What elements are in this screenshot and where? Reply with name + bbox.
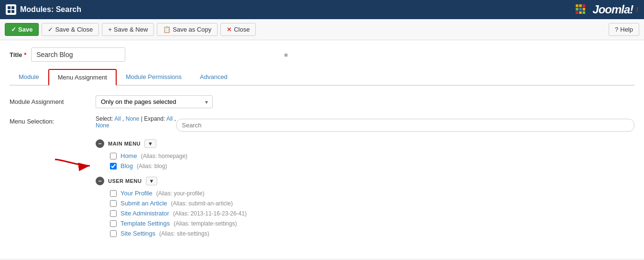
menu-selection-label: Menu Selection:: [10, 115, 96, 125]
main-menu-section: − MAIN MENU ▼ Home (Alias: homepage): [96, 139, 634, 171]
toolbar-left: ✓ Save ✓ Save & Close + Save & New 📋 Sav…: [5, 23, 256, 36]
main-menu-header: − MAIN MENU ▼: [96, 139, 634, 148]
blog-label[interactable]: Blog: [120, 162, 133, 170]
home-label[interactable]: Home: [120, 152, 137, 159]
list-item: Site Settings (Alias: site-settings): [96, 228, 634, 238]
list-item: Site Administrator (Alias: 2013-11-16-23…: [96, 208, 634, 218]
close-icon: ✕: [227, 26, 232, 33]
toolbar: ✓ Save ✓ Save & Close + Save & New 📋 Sav…: [0, 19, 644, 40]
your-profile-label[interactable]: Your Profile: [120, 190, 153, 197]
svg-rect-2: [8, 10, 11, 13]
blog-alias: (Alias: blog): [137, 163, 167, 170]
submit-article-alias: (Alias: submit-an-article): [171, 200, 233, 207]
main-menu-dropdown[interactable]: ▼: [144, 139, 156, 148]
title-label: Title *: [10, 51, 26, 58]
site-settings-checkbox[interactable]: [110, 230, 117, 237]
save-new-button[interactable]: + Save & New: [102, 23, 154, 36]
submit-article-label[interactable]: Submit an Article: [120, 200, 167, 207]
user-menu-section: − USER MENU ▼ Your Profile (Alias: your-…: [96, 177, 634, 238]
user-menu-dropdown[interactable]: ▼: [146, 177, 158, 185]
home-checkbox[interactable]: [110, 153, 117, 159]
select-all-link[interactable]: All: [114, 115, 120, 122]
page-title: Modules: Search: [6, 4, 81, 15]
list-item: Home (Alias: homepage): [96, 151, 634, 161]
module-assignment-label: Module Assignment: [10, 98, 96, 105]
main-content: Title * ■ Module Menu Assignment Module …: [0, 40, 644, 259]
site-admin-checkbox[interactable]: [110, 210, 117, 217]
template-settings-alias: (Alias: template-settings): [174, 220, 237, 227]
help-icon: ?: [615, 26, 618, 33]
select-none-link[interactable]: None: [126, 115, 140, 122]
required-indicator: *: [24, 51, 26, 58]
list-item: Template Settings (Alias: template-setti…: [96, 218, 634, 228]
svg-rect-0: [8, 6, 11, 9]
home-alias: (Alias: homepage): [141, 153, 187, 159]
save-copy-button[interactable]: 📋 Save as Copy: [157, 23, 218, 36]
blog-checkbox[interactable]: [110, 163, 117, 170]
your-profile-checkbox[interactable]: [110, 190, 117, 197]
user-menu-name: USER MENU: [108, 178, 142, 184]
main-menu-name: MAIN MENU: [108, 141, 141, 147]
module-assignment-select-wrapper: Only on the pages selected On all pages …: [96, 95, 213, 108]
your-profile-alias: (Alias: your-profile): [156, 190, 205, 197]
list-item: Submit an Article (Alias: submit-an-arti…: [96, 198, 634, 208]
title-row: Title * ■: [10, 47, 634, 62]
site-admin-alias: (Alias: 2013-11-16-23-26-41): [173, 210, 247, 217]
main-menu-toggle[interactable]: −: [96, 139, 104, 148]
list-item: Your Profile (Alias: your-profile): [96, 188, 634, 198]
select-links: Select: All , None | Expand: All , None: [96, 115, 176, 129]
svg-rect-3: [11, 10, 14, 13]
joomla-logo: Joomla!!: [572, 1, 638, 18]
tab-module[interactable]: Module: [10, 69, 48, 86]
close-button[interactable]: ✕ Close: [220, 23, 256, 36]
title-edit-icon: ■: [284, 51, 288, 58]
save-icon: ✓: [11, 26, 16, 33]
user-menu-header: − USER MENU ▼: [96, 177, 634, 185]
menu-search-input[interactable]: [176, 119, 634, 132]
list-item: Blog (Alias: blog): [96, 161, 634, 171]
template-settings-label[interactable]: Template Settings: [120, 220, 170, 227]
site-admin-label[interactable]: Site Administrator: [120, 210, 169, 217]
save-new-icon: +: [108, 26, 112, 33]
module-assignment-row: Module Assignment Only on the pages sele…: [10, 95, 634, 108]
site-settings-alias: (Alias: site-settings): [159, 230, 209, 237]
tab-advanced[interactable]: Advanced: [191, 69, 237, 86]
expand-none-link[interactable]: None: [96, 122, 109, 129]
site-settings-label[interactable]: Site Settings: [120, 230, 155, 237]
tabs: Module Menu Assignment Module Permission…: [10, 69, 634, 86]
tab-module-permissions[interactable]: Module Permissions: [117, 69, 191, 86]
copy-icon: 📋: [163, 26, 171, 33]
template-settings-checkbox[interactable]: [110, 220, 117, 227]
svg-rect-1: [11, 6, 14, 9]
title-input-wrapper: ■: [31, 47, 292, 62]
title-input[interactable]: [31, 47, 125, 62]
menu-selection-row: Menu Selection: Select: All , None | Exp…: [10, 115, 634, 244]
save-close-icon: ✓: [48, 26, 53, 33]
save-close-button[interactable]: ✓ Save & Close: [42, 23, 99, 36]
menu-selection-content: Select: All , None | Expand: All , None: [96, 115, 634, 244]
user-menu-toggle[interactable]: −: [96, 177, 104, 185]
submit-article-checkbox[interactable]: [110, 200, 117, 207]
tab-menu-assignment[interactable]: Menu Assignment: [48, 69, 117, 86]
header-bar: Modules: Search Joomla!!: [0, 0, 644, 19]
help-button[interactable]: ? Help: [609, 23, 639, 36]
expand-all-link[interactable]: All: [166, 115, 173, 122]
module-assignment-select[interactable]: Only on the pages selected On all pages …: [96, 95, 213, 108]
modules-icon: [6, 4, 16, 15]
save-button[interactable]: ✓ Save: [5, 23, 39, 36]
